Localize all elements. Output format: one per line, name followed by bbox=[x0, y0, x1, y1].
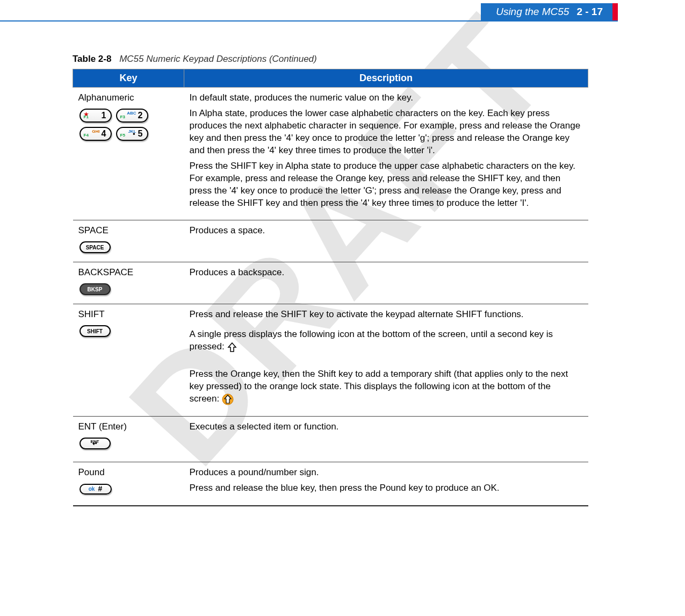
col-key: Key bbox=[73, 69, 184, 88]
key-name-pound: Pound bbox=[78, 467, 179, 479]
keypad-table: Key Description Alphanumeric ★ F1 1 bbox=[73, 69, 588, 506]
table-row: BACKSPACE BKSP Produces a backspace. bbox=[73, 262, 588, 304]
desc-text: Press and release the SHIFT key to activ… bbox=[190, 309, 583, 321]
space-key-icon: SPACE bbox=[80, 241, 111, 253]
table-row: SPACE SPACE Produces a space. bbox=[73, 220, 588, 262]
desc-text: In Alpha state, produces the lower case … bbox=[190, 108, 583, 157]
shift-key-icon: SHIFT bbox=[80, 325, 111, 337]
header-bar: Using the MC55 2 - 17 bbox=[481, 3, 612, 20]
desc-text: Produces a space. bbox=[190, 225, 583, 237]
bksp-key-icon: BKSP bbox=[80, 283, 111, 295]
key-name-alphanumeric: Alphanumeric bbox=[78, 92, 179, 104]
ok-label: ok bbox=[89, 485, 95, 493]
desc-text: Produces a pound/number sign. bbox=[190, 467, 583, 479]
ent-key-icon: ENT ↵ bbox=[80, 438, 111, 449]
header-red-tab bbox=[612, 3, 618, 20]
desc-text: Produces a backspace. bbox=[190, 267, 583, 279]
keypad-key-1-icon: ★ F1 1 bbox=[80, 109, 112, 123]
col-description: Description bbox=[184, 69, 588, 88]
table-caption: Table 2-8 MC55 Numeric Keypad Descriptio… bbox=[73, 54, 588, 65]
table-row: SHIFT SHIFT Press and release the SHIFT … bbox=[73, 304, 588, 417]
key-name-space: SPACE bbox=[78, 225, 179, 237]
shift-arrow-icon bbox=[227, 342, 237, 353]
pound-key-icon: ok # bbox=[80, 484, 112, 495]
header-rule bbox=[0, 20, 618, 22]
key-name-ent: ENT (Enter) bbox=[78, 421, 179, 433]
keypad-key-4-icon: GHI F4 4 bbox=[80, 127, 112, 141]
table-title: MC55 Numeric Keypad Descriptions (Contin… bbox=[119, 54, 317, 64]
desc-text: A single press displays the following ic… bbox=[190, 329, 553, 352]
desc-text: Executes a selected item or function. bbox=[190, 421, 583, 433]
keypad-key-5-icon: JKL F5 • 5 bbox=[116, 127, 148, 141]
keypad-key-2-icon: ABC F3 2 bbox=[116, 109, 148, 123]
table-row: Alphanumeric ★ F1 1 ABC F3 2 bbox=[73, 88, 588, 220]
table-row: Pound ok # Produces a pound/number sign.… bbox=[73, 462, 588, 505]
desc-text: Press and release the blue key, then pre… bbox=[190, 482, 583, 495]
hash-label: # bbox=[98, 484, 102, 494]
page-number: 2 - 17 bbox=[576, 6, 603, 18]
desc-text: Press the SHIFT key in Alpha state to pr… bbox=[190, 160, 583, 210]
desc-text: Press the Orange key, then the Shift key… bbox=[190, 369, 568, 404]
desc-text: In default state, produces the numeric v… bbox=[190, 92, 583, 104]
table-row: ENT (Enter) ENT ↵ Executes a selected it… bbox=[73, 416, 588, 462]
key-name-shift: SHIFT bbox=[78, 309, 179, 321]
shift-arrow-orange-icon bbox=[222, 393, 234, 405]
enter-arrow-icon: ↵ bbox=[92, 439, 98, 448]
table-number: Table 2-8 bbox=[73, 54, 111, 64]
section-title: Using the MC55 bbox=[496, 6, 569, 18]
key-name-backspace: BACKSPACE bbox=[78, 267, 179, 279]
